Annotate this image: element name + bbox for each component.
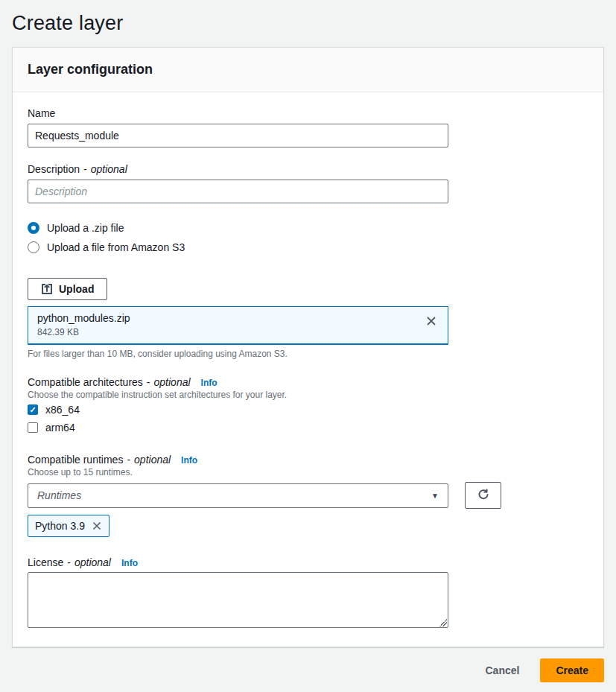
radio-s3-control[interactable] <box>28 241 39 253</box>
runtime-token-python39: Python 3.9 <box>28 515 109 537</box>
optional-suffix: optional <box>91 163 127 175</box>
runtimes-select[interactable]: Runtimes ▼ <box>28 483 448 508</box>
create-button[interactable]: Create <box>540 658 604 682</box>
panel-body: Name Description - optional Upload a .zi… <box>13 92 603 647</box>
refresh-icon <box>477 488 490 504</box>
uploaded-file-size: 842.39 KB <box>37 327 130 337</box>
radio-s3-label: Upload a file from Amazon S3 <box>47 241 185 253</box>
runtimes-description: Choose up to 15 runtimes. <box>28 467 588 477</box>
optional-suffix: optional <box>154 376 191 388</box>
check-icon: ✓ <box>29 406 36 414</box>
runtimes-info-link[interactable]: Info <box>181 455 197 466</box>
remove-runtime-icon[interactable] <box>92 521 102 531</box>
upload-source-radio-group: Upload a .zip file Upload a file from Am… <box>28 220 588 255</box>
architectures-description: Choose the compatible instruction set ar… <box>28 390 588 400</box>
name-field-group: Name <box>28 107 588 147</box>
uploaded-file-chip: python_modules.zip 842.39 KB <box>28 306 448 345</box>
radio-upload-zip[interactable]: Upload a .zip file <box>28 220 588 236</box>
runtimes-select-row: Runtimes ▼ <box>28 482 588 509</box>
create-layer-page: Create layer Layer configuration Name De… <box>0 0 616 682</box>
license-label: License - optional Info <box>28 556 588 568</box>
checkbox-arm64-label: arm64 <box>45 422 75 434</box>
license-info-link[interactable]: Info <box>121 558 138 568</box>
optional-suffix: optional <box>74 556 111 568</box>
layer-configuration-panel: Layer configuration Name Description - o… <box>12 47 604 647</box>
name-input[interactable] <box>28 124 448 147</box>
upload-icon <box>41 283 53 295</box>
license-textarea[interactable] <box>28 572 448 628</box>
optional-suffix: optional <box>134 454 171 466</box>
uploaded-file-name: python_modules.zip <box>37 312 130 324</box>
checkbox-x86-64-control[interactable]: ✓ <box>28 404 38 415</box>
chevron-down-icon: ▼ <box>431 492 439 500</box>
radio-upload-s3[interactable]: Upload a file from Amazon S3 <box>28 239 588 255</box>
cancel-button[interactable]: Cancel <box>485 664 519 676</box>
runtime-token-label: Python 3.9 <box>35 520 85 532</box>
architectures-info-link[interactable]: Info <box>201 378 217 388</box>
panel-header-title: Layer configuration <box>28 62 588 77</box>
license-section: License - optional Info <box>28 556 588 628</box>
remove-file-icon[interactable] <box>424 314 439 331</box>
upload-button[interactable]: Upload <box>28 278 107 300</box>
name-label: Name <box>28 107 588 119</box>
checkbox-arm64[interactable]: arm64 <box>28 419 588 436</box>
form-actions: Cancel Create <box>12 658 604 682</box>
refresh-runtimes-button[interactable] <box>465 482 501 509</box>
radio-zip-control[interactable] <box>28 222 39 234</box>
runtimes-label: Compatible runtimes - optional Info <box>28 454 588 466</box>
checkbox-x86-64-label: x86_64 <box>45 404 80 416</box>
panel-header: Layer configuration <box>13 48 603 92</box>
description-input[interactable] <box>28 180 448 203</box>
runtimes-section: Compatible runtimes - optional Info Choo… <box>28 454 588 537</box>
checkbox-arm64-control[interactable] <box>28 422 38 433</box>
checkbox-x86-64[interactable]: ✓ x86_64 <box>28 401 588 418</box>
description-field-group: Description - optional <box>28 163 588 203</box>
radio-zip-label: Upload a .zip file <box>47 222 124 234</box>
runtimes-select-placeholder: Runtimes <box>37 489 81 501</box>
file-size-hint: For files larger than 10 MB, consider up… <box>28 349 588 359</box>
architectures-section: Compatible architectures - optional Info… <box>28 376 588 436</box>
textarea-resize-handle[interactable] <box>439 619 447 626</box>
description-label: Description - optional <box>28 163 588 175</box>
architectures-label: Compatible architectures - optional Info <box>28 376 588 388</box>
upload-button-label: Upload <box>59 283 94 295</box>
page-title: Create layer <box>12 10 604 47</box>
uploaded-file-info: python_modules.zip 842.39 KB <box>37 312 130 337</box>
